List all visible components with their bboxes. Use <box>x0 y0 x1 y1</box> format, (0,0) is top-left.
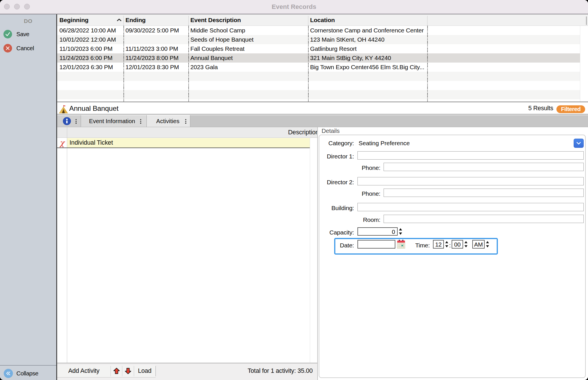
room-label: Room: <box>346 216 380 223</box>
phone1-field[interactable] <box>384 163 584 171</box>
table-row-empty <box>57 90 580 99</box>
activities-scrollbar-track[interactable] <box>310 138 317 363</box>
room-field[interactable] <box>384 215 584 223</box>
info-icon[interactable] <box>63 117 71 125</box>
title-bar: Event Records <box>0 0 588 14</box>
up-down-stepper-icon[interactable] <box>399 227 403 236</box>
activity-row[interactable]: Individual Ticket <box>67 138 310 148</box>
kebab-menu-icon[interactable] <box>140 118 141 124</box>
table-scrollbar-thumb[interactable] <box>586 16 587 25</box>
director2-field[interactable] <box>357 177 584 185</box>
tab-info[interactable] <box>57 115 81 127</box>
record-title: Annual Banquet <box>69 102 119 115</box>
cell-location: 123 Main StKent, OH 44240 <box>310 35 426 44</box>
save-button[interactable]: Save <box>0 30 56 44</box>
check-icon <box>3 30 12 38</box>
cell-location: Cornerstone Camp and Conference Center <box>310 26 426 35</box>
load-button[interactable]: Load <box>134 365 155 377</box>
chevron-up-icon <box>116 18 122 23</box>
capacity-field[interactable]: 0 <box>357 227 398 236</box>
phone1-label: Phone: <box>346 164 380 171</box>
time-minute-field[interactable]: 00 <box>452 240 463 249</box>
column-divider <box>427 16 428 26</box>
table-row-selected[interactable]: 11/24/2023 6:00 PM 11/24/2023 8:00 PM An… <box>57 53 580 63</box>
cell-location: Big Town Expo Center456 Elm St.Big City.… <box>310 63 426 72</box>
director2-label: Director 2: <box>319 179 354 186</box>
column-header-event-description[interactable]: Event Description <box>190 14 241 26</box>
save-button-label: Save <box>16 30 29 38</box>
up-down-stepper-icon[interactable] <box>486 240 490 248</box>
chi-glyph-icon[interactable]: χ <box>57 138 67 148</box>
cell-description: Middle School Camp <box>190 26 307 35</box>
table-row[interactable]: 11/10/2023 6:00 PM 11/11/2023 3:00 PM Fa… <box>57 44 580 53</box>
tab-event-information[interactable]: Event Information <box>81 115 147 127</box>
cell-ending <box>125 35 187 44</box>
category-label: Category: <box>319 140 354 147</box>
tent-icon <box>59 105 68 115</box>
tab-activities[interactable]: Activities <box>147 115 190 127</box>
tab-label: Event Information <box>89 115 135 127</box>
table-row-empty <box>57 72 580 81</box>
move-up-button[interactable] <box>111 365 122 377</box>
cell-location: 321 Main StBig City, KY 44240 <box>310 53 426 63</box>
time-ampm-field[interactable]: AM <box>472 240 485 249</box>
kebab-menu-icon[interactable] <box>76 118 77 124</box>
window-title: Event Records <box>0 0 588 14</box>
sidebar-section-title: DO <box>0 18 56 24</box>
time-hour-field[interactable]: 12 <box>433 240 444 249</box>
column-divider <box>308 16 308 26</box>
add-activity-button[interactable]: Add Activity <box>57 365 111 377</box>
sidebar: DO Save Cancel Collapse <box>0 14 56 380</box>
up-down-stepper-icon[interactable] <box>464 240 468 248</box>
cancel-button[interactable]: Cancel <box>0 44 56 58</box>
table-row[interactable]: 06/28/2022 10:00 AM 09/30/2022 5:00 PM M… <box>57 26 580 35</box>
category-dropdown-button[interactable] <box>574 139 584 148</box>
director1-field[interactable] <box>357 151 584 160</box>
app-window: Event Records DO Save Cancel Collapse Be… <box>0 0 588 380</box>
activities-gutter-divider <box>67 127 67 363</box>
building-field[interactable] <box>357 203 584 211</box>
details-panel: Details Category: Seating Preference Dir… <box>318 127 588 380</box>
cell-ending: 11/11/2023 3:00 PM <box>125 44 187 53</box>
table-scrollbar-track[interactable] <box>580 26 588 102</box>
column-divider-dotted <box>123 26 124 102</box>
chevron-double-left-icon <box>4 369 13 378</box>
time-colon: : <box>448 242 451 249</box>
cell-ending: 11/24/2023 8:00 PM <box>125 53 187 63</box>
sidebar-divider <box>0 365 56 366</box>
cell-description: Seeds of Hope Banquet <box>190 35 307 44</box>
table-row-empty <box>57 81 580 90</box>
chevron-down-icon <box>574 139 583 148</box>
move-down-button[interactable] <box>122 365 134 377</box>
column-header-beginning[interactable]: Beginning <box>59 14 88 26</box>
activity-description[interactable]: Individual Ticket <box>69 138 113 148</box>
cell-beginning: 12/01/2023 6:30 PM <box>59 63 123 72</box>
record-status-bar: Annual Banquet 5 Results Filtered <box>57 102 588 115</box>
collapse-button[interactable]: Collapse <box>0 369 56 379</box>
tab-label: Activities <box>156 115 179 127</box>
date-field[interactable] <box>357 240 395 249</box>
filtered-badge[interactable]: Filtered <box>556 105 585 113</box>
table-header: Beginning Ending Event Description Locat… <box>57 14 588 26</box>
red-arrow-up-icon <box>113 368 120 374</box>
table-row[interactable]: 10/01/2022 12:00 AM Seeds of Hope Banque… <box>57 35 580 44</box>
cell-ending: 09/30/2022 5:00 PM <box>125 26 187 35</box>
table-body: 06/28/2022 10:00 AM 09/30/2022 5:00 PM M… <box>57 26 588 102</box>
activities-list-header: Description <box>57 127 317 138</box>
kebab-menu-icon[interactable] <box>185 118 186 124</box>
column-divider <box>188 16 189 26</box>
phone2-label: Phone: <box>346 190 380 197</box>
column-header-location[interactable]: Location <box>310 14 335 26</box>
details-panel-title: Details <box>322 127 340 134</box>
footer-divider <box>155 366 156 376</box>
cell-description: 2023 Gala <box>190 63 307 72</box>
cell-beginning: 11/24/2023 6:00 PM <box>59 53 123 63</box>
column-divider-dotted <box>308 26 309 102</box>
capacity-label: Capacity: <box>319 229 354 236</box>
activities-footer: Add Activity Load Total for 1 activity: … <box>57 363 317 380</box>
phone2-field[interactable] <box>384 189 584 197</box>
table-row[interactable]: 12/01/2023 6:30 PM 12/01/2023 8:30 PM 20… <box>57 63 580 72</box>
tab-bar: Event Information Activities <box>57 115 588 127</box>
cell-ending: 12/01/2023 8:30 PM <box>125 63 187 72</box>
column-header-ending[interactable]: Ending <box>125 14 146 26</box>
